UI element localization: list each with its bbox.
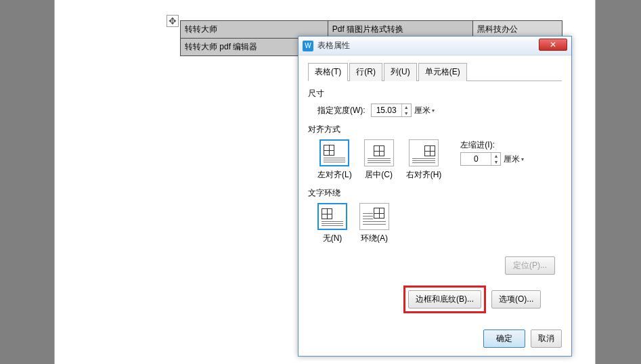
options-button[interactable]: 选项(O)...: [491, 290, 541, 309]
size-section-label: 尺寸: [308, 88, 562, 99]
align-right-option[interactable]: 右对齐(H): [406, 139, 442, 181]
indent-label: 左缩进(I):: [460, 139, 524, 151]
width-unit-dropdown[interactable]: 厘米: [414, 105, 435, 116]
border-shading-button[interactable]: 边框和底纹(B)...: [408, 290, 481, 309]
indent-input[interactable]: [461, 153, 491, 165]
dialog-title: 表格属性: [317, 40, 350, 51]
align-section-label: 对齐方式: [308, 124, 562, 135]
table-move-handle[interactable]: ✥: [167, 15, 179, 27]
wrap-around-option[interactable]: 环绕(A): [359, 203, 389, 244]
spinner-up-icon[interactable]: ▲: [402, 104, 411, 110]
width-input[interactable]: [372, 104, 401, 116]
table-properties-dialog: W 表格属性 ✕ 表格(T) 行(R) 列(U) 单元格(E) 尺寸 指定宽度(…: [298, 36, 572, 357]
wrap-none-option[interactable]: 无(N): [317, 203, 347, 244]
tab-column[interactable]: 列(U): [384, 63, 417, 81]
wrap-section-label: 文字环绕: [308, 187, 562, 199]
tab-table[interactable]: 表格(T): [308, 63, 348, 81]
ok-button[interactable]: 确定: [483, 329, 525, 348]
cancel-button[interactable]: 取消: [531, 329, 562, 348]
highlight-box: 边框和底纹(B)...: [403, 286, 486, 313]
indent-spinner[interactable]: ▲ ▼: [460, 152, 501, 166]
tab-strip: 表格(T) 行(R) 列(U) 单元格(E): [308, 62, 562, 81]
indent-unit-dropdown[interactable]: 厘米: [504, 154, 524, 165]
tab-row[interactable]: 行(R): [349, 63, 382, 81]
width-label: 指定宽度(W):: [317, 105, 366, 116]
dialog-titlebar[interactable]: W 表格属性 ✕: [299, 37, 571, 55]
align-center-option[interactable]: 居中(C): [364, 139, 394, 181]
spinner-down-icon[interactable]: ▼: [402, 110, 411, 116]
spinner-down-icon[interactable]: ▼: [491, 159, 500, 165]
tab-cell[interactable]: 单元格(E): [418, 63, 467, 81]
position-button: 定位(P)...: [505, 256, 555, 275]
align-left-option[interactable]: 左对齐(L): [317, 139, 352, 181]
app-icon: W: [303, 41, 313, 51]
width-spinner[interactable]: ▲ ▼: [371, 104, 412, 117]
spinner-up-icon[interactable]: ▲: [491, 153, 500, 159]
close-button[interactable]: ✕: [539, 39, 567, 51]
